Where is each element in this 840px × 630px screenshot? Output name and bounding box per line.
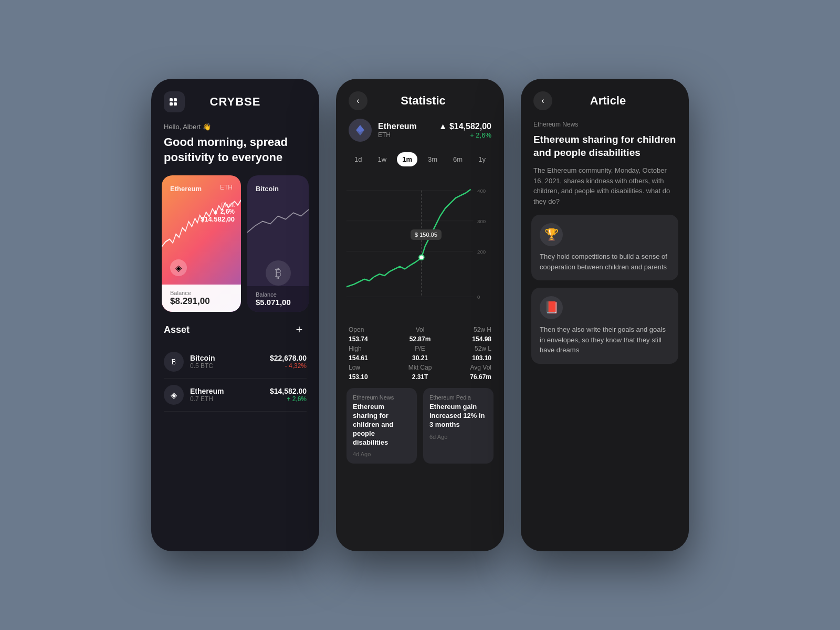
p1-header: CRYBSE bbox=[151, 79, 319, 119]
statistic-title: Statistic bbox=[374, 94, 472, 108]
back-button-statistic[interactable]: ‹ bbox=[349, 91, 368, 110]
svg-rect-2 bbox=[170, 102, 173, 106]
article-description: The Ethereum community, Monday, October … bbox=[521, 165, 689, 215]
book-icon: 📕 bbox=[540, 296, 563, 319]
tf-1d[interactable]: 1d bbox=[349, 152, 367, 166]
stat-52wh-label: 52w H bbox=[444, 326, 491, 333]
eth-coin-avatar bbox=[349, 119, 372, 142]
phone-home: CRYBSE Hello, Albert 👋 Good morning, spr… bbox=[151, 79, 319, 551]
add-asset-button[interactable]: + bbox=[292, 322, 307, 337]
svg-text:300: 300 bbox=[477, 218, 486, 224]
tf-3m[interactable]: 3m bbox=[423, 152, 443, 166]
news-title-2: Ethereum gain increased 12% in 3 months bbox=[429, 403, 487, 429]
tf-1y[interactable]: 1y bbox=[473, 152, 491, 166]
phone-statistic: ‹ Statistic Ethereum ETH ▲ $14,582,00 + … bbox=[336, 79, 504, 551]
btc-asset-qty: 0.5 BTC bbox=[190, 362, 215, 370]
eth-asset-qty: 0.7 ETH bbox=[190, 395, 224, 403]
back-icon-article: ‹ bbox=[541, 96, 544, 106]
stat-high-val: 154.61 bbox=[349, 354, 396, 362]
btc-asset-name: Bitcoin bbox=[190, 354, 215, 362]
stat-open-val: 153.74 bbox=[349, 335, 396, 343]
btc-price-box: $22,678.00 - 4,32% bbox=[270, 354, 307, 370]
news-section: Ethereum News Ethereum sharing for child… bbox=[336, 381, 504, 464]
stat-high-label: High bbox=[349, 345, 396, 352]
eth-balance-label: Balance bbox=[170, 290, 233, 296]
profit-val: $14.582,00 bbox=[201, 215, 235, 223]
stats-grid: Open Vol 52w H 153.74 52.87m 154.98 High… bbox=[336, 320, 504, 381]
news-source-2: Ethereum Pedia bbox=[429, 394, 487, 401]
timeframe-selector: 1d 1w 1m 3m 6m 1y bbox=[336, 150, 504, 173]
btc-asset-icon: ₿ bbox=[164, 352, 184, 372]
tf-6m[interactable]: 6m bbox=[448, 152, 468, 166]
coin-info-row: Ethereum ETH ▲ $14,582,00 + 2,6% bbox=[336, 119, 504, 150]
app-logo: CRYBSE bbox=[210, 95, 261, 109]
news-title-1: Ethereum sharing for children and people… bbox=[353, 403, 411, 447]
stat-pe-label: P/E bbox=[396, 345, 444, 352]
back-icon-statistic: ‹ bbox=[356, 96, 359, 106]
stat-mktcap-val: 2.31T bbox=[396, 373, 444, 381]
svg-text:400: 400 bbox=[477, 188, 486, 194]
stat-open-label: Open bbox=[349, 326, 396, 333]
btc-balance-label: Balance bbox=[256, 291, 300, 298]
stat-avgvol-val: 76.67m bbox=[444, 373, 491, 381]
asset-title: Asset bbox=[164, 324, 190, 335]
coin-name: Ethereum bbox=[378, 122, 417, 131]
trophy-icon: 🏆 bbox=[540, 223, 563, 246]
svg-rect-3 bbox=[174, 102, 177, 106]
tf-1w[interactable]: 1w bbox=[373, 152, 392, 166]
welcome-message: Good morning, spread positivity to every… bbox=[151, 133, 319, 175]
asset-item-eth[interactable]: ◈ Ethereum 0.7 ETH $14,582.00 + 2,6% bbox=[164, 379, 307, 412]
news-age-1: 4d Ago bbox=[353, 451, 411, 457]
eth-card-label: Ethereum bbox=[170, 185, 202, 193]
coin-name-block: Ethereum ETH bbox=[378, 122, 417, 139]
eth-asset-icon: ◈ bbox=[164, 385, 184, 405]
svg-point-15 bbox=[419, 255, 424, 260]
article-block-1: 🏆 They hold competitions to build a sens… bbox=[531, 215, 678, 280]
eth-icon: ◈ bbox=[170, 259, 187, 276]
coin-price: ▲ $14,582,00 bbox=[439, 122, 491, 131]
eth-profit: Profit ▲ 2,6% $14.582,00 bbox=[201, 202, 235, 223]
menu-button[interactable] bbox=[164, 91, 185, 112]
eth-balance-val: $8.291,00 bbox=[170, 296, 233, 307]
profit-label: Profit bbox=[201, 202, 235, 208]
svg-text:200: 200 bbox=[477, 249, 486, 255]
stat-avgvol-label: Avg Vol bbox=[444, 364, 491, 371]
asset-item-btc[interactable]: ₿ Bitcoin 0.5 BTC $22,678.00 - 4,32% bbox=[164, 345, 307, 379]
news-age-2: 6d Ago bbox=[429, 434, 487, 440]
coin-change: + 2,6% bbox=[439, 131, 491, 139]
article-block-2-text: Then they also write their goals and goa… bbox=[540, 324, 670, 355]
btc-card[interactable]: Bitcoin ₿ Balance $5.071,00 bbox=[247, 175, 309, 312]
article-title: Ethereum sharing for children and people… bbox=[521, 130, 689, 165]
eth-asset-info: Ethereum 0.7 ETH bbox=[190, 387, 224, 403]
stat-vol-label: Vol bbox=[396, 326, 444, 333]
btc-card-label: Bitcoin bbox=[256, 185, 279, 193]
eth-asset-change: + 2,6% bbox=[270, 395, 307, 403]
stat-mktcap-label: Mkt Cap bbox=[396, 364, 444, 371]
news-source-1: Ethereum News bbox=[353, 394, 411, 401]
eth-card[interactable]: Ethereum ETH Profit ▲ 2,6% $14.582,00 ◈ … bbox=[162, 175, 241, 312]
tf-1m[interactable]: 1m bbox=[397, 152, 417, 166]
btc-asset-info: Bitcoin 0.5 BTC bbox=[190, 354, 215, 370]
article-block-1-text: They hold competitions to build a sense … bbox=[540, 251, 670, 272]
eth-asset-name: Ethereum bbox=[190, 387, 224, 395]
eth-asset-price: $14,582.00 bbox=[270, 387, 307, 395]
btc-balance-section: Balance $5.071,00 bbox=[247, 286, 309, 312]
news-card-1[interactable]: Ethereum News Ethereum sharing for child… bbox=[346, 388, 417, 464]
article-source: Ethereum News bbox=[521, 119, 689, 130]
article-page-title: Article bbox=[559, 94, 657, 108]
asset-cards: Ethereum ETH Profit ▲ 2,6% $14.582,00 ◈ … bbox=[151, 175, 319, 312]
phone-article: ‹ Article Ethereum News Ethereum sharing… bbox=[521, 79, 689, 551]
btc-icon: ₿ bbox=[266, 260, 291, 286]
news-card-2[interactable]: Ethereum Pedia Ethereum gain increased 1… bbox=[423, 388, 494, 464]
chart-tooltip: $ 150.05 bbox=[411, 229, 442, 240]
stat-52wh-val: 154.98 bbox=[444, 335, 491, 343]
svg-rect-0 bbox=[170, 98, 173, 101]
btc-asset-price: $22,678.00 bbox=[270, 354, 307, 362]
svg-text:0: 0 bbox=[477, 294, 480, 300]
btc-balance-val: $5.071,00 bbox=[256, 298, 300, 307]
p3-header: ‹ Article bbox=[521, 79, 689, 119]
eth-price-box: $14,582.00 + 2,6% bbox=[270, 387, 307, 403]
back-button-article[interactable]: ‹ bbox=[533, 91, 552, 110]
asset-header: Asset + bbox=[164, 322, 307, 337]
profit-pct: ▲ 2,6% bbox=[201, 208, 235, 215]
